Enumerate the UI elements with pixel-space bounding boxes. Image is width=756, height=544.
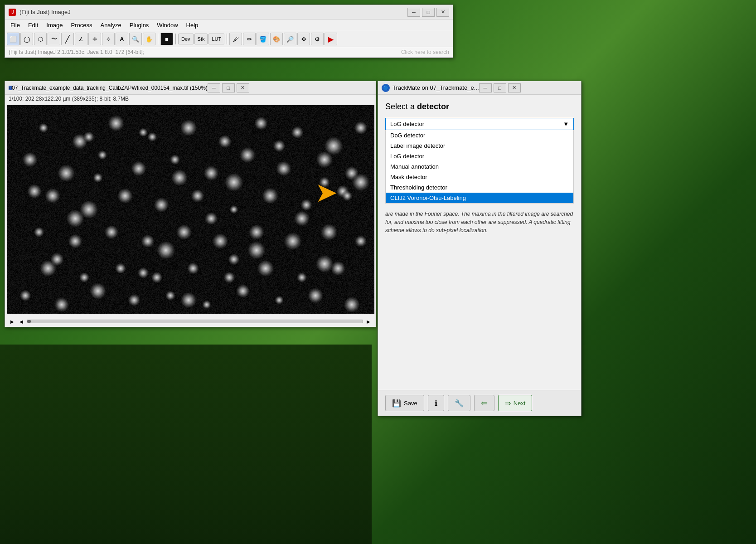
trackmate-window-controls: ─ □ ✕: [479, 83, 521, 92]
stk-button[interactable]: Stk: [194, 34, 208, 44]
info-icon: ℹ: [435, 399, 437, 408]
save-button[interactable]: 💾 Save: [385, 395, 424, 411]
run-tool[interactable]: ▶: [325, 33, 337, 45]
toolbar-separator-1: [158, 34, 158, 44]
trackmate-icon: 🔵: [382, 84, 390, 92]
line-tool[interactable]: ╱: [61, 33, 74, 45]
trackmate-close-button[interactable]: ✕: [508, 83, 521, 92]
imagej-menu-bar: File Edit Image Process Analyze Plugins …: [5, 19, 453, 31]
detector-dropdown-container: LoG detector ▼ DoG detector Label image …: [385, 118, 574, 204]
save-label: Save: [404, 400, 417, 407]
roi-tool[interactable]: ⚙: [311, 33, 324, 45]
menu-window[interactable]: Window: [153, 20, 181, 30]
hand-tool[interactable]: ✋: [143, 33, 155, 45]
imagej-title: (Fiji Is Just) ImageJ: [19, 9, 407, 15]
menu-process[interactable]: Process: [68, 20, 96, 30]
imagej-maximize-button[interactable]: □: [422, 8, 435, 17]
polygon-tool[interactable]: ⬡: [34, 33, 47, 45]
trackmate-footer: 💾 Save ℹ 🔧 ⇐ ⇒ Next: [378, 390, 581, 416]
selected-detector-label: LoG detector: [390, 121, 424, 127]
dev-button[interactable]: Dev: [178, 34, 194, 44]
menu-edit[interactable]: Edit: [24, 20, 42, 30]
imagej-minimize-button[interactable]: ─: [407, 8, 420, 17]
back-button[interactable]: ⇐: [474, 395, 494, 411]
option-log[interactable]: LoG detector: [386, 151, 573, 161]
settings-button[interactable]: 🔧: [448, 395, 470, 411]
trackmate-content: Select a detector LoG detector ▼ DoG det…: [378, 95, 581, 243]
toolbar-separator-3: [227, 34, 227, 44]
image-info: 1/100; 202.28x122.20 µm (389x235); 8-bit…: [5, 95, 376, 103]
next-label: Next: [514, 400, 526, 407]
save-icon: 💾: [392, 399, 401, 408]
wand-tool[interactable]: ⟡: [102, 33, 115, 45]
trackmate-minimize-button[interactable]: ─: [479, 83, 492, 92]
freehand-tool[interactable]: 〜: [48, 33, 60, 45]
next-frame-button[interactable]: ▶: [365, 318, 372, 325]
fill-tool[interactable]: 🪣: [257, 33, 269, 45]
lut-button[interactable]: LUT: [208, 34, 224, 44]
prev-frame-button[interactable]: ◀: [18, 318, 25, 325]
option-label[interactable]: Label image detector: [386, 141, 573, 151]
image-canvas: [7, 105, 374, 314]
back-arrow-icon: ⇐: [481, 398, 488, 408]
image-window-controls: ─ □ ✕: [208, 83, 249, 92]
rectangle-tool[interactable]: ⬜: [7, 33, 19, 45]
trackmate-window: 🔵 TrackMate on 07_Trackmate_e... ─ □ ✕ S…: [378, 81, 582, 416]
play-button[interactable]: ▶: [9, 318, 16, 325]
toolbar-separator-2: [175, 34, 176, 44]
info-button[interactable]: ℹ: [428, 395, 444, 411]
option-mask[interactable]: Mask detector: [386, 172, 573, 182]
option-manual[interactable]: Manual annotation: [386, 161, 573, 172]
image-minimize-button[interactable]: ─: [208, 83, 220, 92]
imagej-main-window: IJ (Fiji Is Just) ImageJ ─ □ ✕ File Edit…: [5, 5, 453, 58]
image-close-button[interactable]: ✕: [237, 83, 249, 92]
point-tool[interactable]: ✛: [88, 33, 101, 45]
detector-dropdown[interactable]: LoG detector ▼: [385, 118, 574, 130]
bottom-forest-scene: [0, 345, 372, 544]
magnifier-tool[interactable]: 🔎: [284, 33, 296, 45]
image-title: 07_Trackmate_example_data_tracking_Calib…: [12, 85, 208, 91]
detector-description: are made in the Fourier space. The maxim…: [385, 208, 574, 236]
detector-dropdown-list: DoG detector Label image detector LoG de…: [385, 130, 574, 204]
next-button[interactable]: ⇒ Next: [498, 395, 533, 411]
playback-bar: ▶ ◀ ▶: [5, 316, 376, 327]
version-info: (Fiji Is Just) ImageJ 2.1.0/1.53c; Java …: [9, 49, 144, 55]
image-titlebar: IJ 07_Trackmate_example_data_tracking_Ca…: [5, 81, 376, 95]
option-threshold[interactable]: Thresholding detector: [386, 182, 573, 193]
option-clij2[interactable]: CLIJ2 Voronoi-Otsu-Labeling: [386, 193, 573, 203]
image-maximize-button[interactable]: □: [222, 83, 235, 92]
imagej-status-bar: (Fiji Is Just) ImageJ 2.1.0/1.53c; Java …: [5, 47, 453, 58]
image-window-icon: IJ: [9, 86, 12, 90]
option-dog[interactable]: DoG detector: [386, 130, 573, 141]
color-black[interactable]: ■: [160, 33, 173, 45]
arrow-indicator: ➤: [315, 179, 338, 206]
menu-help[interactable]: Help: [183, 20, 202, 30]
next-arrow-icon: ⇒: [505, 399, 511, 408]
select-detector-heading: Select a detector: [385, 102, 574, 112]
frame-slider[interactable]: [27, 320, 363, 323]
text-tool[interactable]: A: [116, 33, 128, 45]
imagej-close-button[interactable]: ✕: [436, 8, 449, 17]
search-hint: Click here to search: [401, 49, 449, 55]
angle-tool[interactable]: ∠: [75, 33, 87, 45]
menu-analyze[interactable]: Analyze: [97, 20, 125, 30]
dropdown-chevron-icon: ▼: [563, 121, 569, 127]
oval-tool[interactable]: ◯: [20, 33, 33, 45]
menu-plugins[interactable]: Plugins: [126, 20, 153, 30]
imagej-app-icon: IJ: [9, 9, 16, 16]
pencil-tool[interactable]: ✏: [243, 33, 256, 45]
zoom-tool[interactable]: 🔍: [129, 33, 142, 45]
imagej-window-controls: ─ □ ✕: [407, 8, 449, 17]
wrench-icon: 🔧: [455, 399, 464, 408]
trackmate-title: TrackMate on 07_Trackmate_e...: [393, 84, 479, 91]
menu-file[interactable]: File: [7, 20, 24, 30]
trackmate-titlebar: 🔵 TrackMate on 07_Trackmate_e... ─ □ ✕: [378, 81, 581, 95]
menu-image[interactable]: Image: [43, 20, 66, 30]
brush-tool[interactable]: 🖊: [229, 33, 242, 45]
move-tool[interactable]: ✥: [297, 33, 310, 45]
color-picker-tool[interactable]: 🎨: [270, 33, 283, 45]
imagej-titlebar: IJ (Fiji Is Just) ImageJ ─ □ ✕: [5, 5, 453, 19]
imagej-toolbar: ⬜ ◯ ⬡ 〜 ╱ ∠ ✛ ⟡ A 🔍 ✋ ■ Dev Stk LUT 🖊 ✏ …: [5, 31, 453, 47]
trackmate-maximize-button[interactable]: □: [494, 83, 506, 92]
